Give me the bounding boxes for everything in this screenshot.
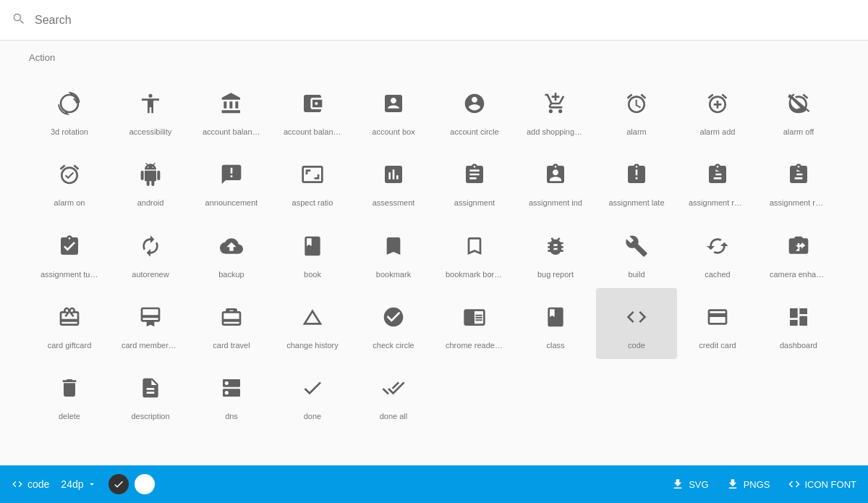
icon-cell-aspect-ratio[interactable]: aspect ratio xyxy=(272,145,353,216)
icon-cell-class[interactable]: class xyxy=(515,288,596,359)
account-balance-icon xyxy=(214,86,249,121)
account-box-icon xyxy=(376,86,411,121)
section-label: Action xyxy=(29,52,839,63)
bookmark-border-icon xyxy=(457,229,492,263)
icon-cell-assignment[interactable]: assignment xyxy=(434,145,515,216)
assignment-ind-icon xyxy=(538,157,573,192)
icon-cell-add-shopping-cart[interactable]: add shopping cart xyxy=(515,75,596,145)
pngs-download[interactable]: PNGS xyxy=(726,478,770,491)
icon-cell-assignment-late[interactable]: assignment late xyxy=(596,145,677,216)
icon-cell-build[interactable]: build xyxy=(596,217,677,288)
svg-download[interactable]: SVG xyxy=(671,478,708,491)
icon-cell-backup[interactable]: backup xyxy=(191,217,272,288)
assignment-turned-icon xyxy=(52,229,87,263)
icon-cell-done[interactable]: done xyxy=(272,359,353,430)
icon-cell-announcement[interactable]: announcement xyxy=(191,145,272,216)
account-circle-icon xyxy=(457,86,492,121)
icon-cell-credit-card[interactable]: credit card xyxy=(677,288,758,359)
icon-label-card-travel: card travel xyxy=(213,340,250,350)
search-input[interactable] xyxy=(35,14,856,27)
description-icon xyxy=(133,371,168,405)
alarm-on-icon xyxy=(52,157,87,192)
icon-cell-bookmark-border[interactable]: bookmark border xyxy=(434,217,515,288)
size-selector[interactable]: 24dp xyxy=(61,478,96,490)
icon-cell-3d-rotation[interactable]: 3d rotation xyxy=(29,75,110,145)
search-bar xyxy=(0,0,868,41)
dns-icon xyxy=(214,371,249,405)
icon-cell-check-circle[interactable]: check circle xyxy=(353,288,434,359)
icon-cell-bookmark[interactable]: bookmark xyxy=(353,217,434,288)
icon-label-alarm: alarm xyxy=(626,127,647,137)
icon-cell-android[interactable]: android xyxy=(110,145,191,216)
icon-label-account-box: account box xyxy=(372,127,414,137)
icon-cell-card-giftcard[interactable]: card giftcard xyxy=(29,288,110,359)
icon-cell-alarm-off[interactable]: alarm off xyxy=(758,75,839,145)
icon-cell-account-box[interactable]: account box xyxy=(353,75,434,145)
icon-cell-bug-report[interactable]: bug report xyxy=(515,217,596,288)
icon-label-check-circle: check circle xyxy=(373,340,414,350)
icon-cell-assignment-turned[interactable]: assignment turned... xyxy=(29,217,110,288)
icon-cell-camera-enhance[interactable]: camera enhance xyxy=(758,217,839,288)
icon-cell-autorenew[interactable]: autorenew xyxy=(110,217,191,288)
icon-cell-card-travel[interactable]: card travel xyxy=(191,288,272,359)
assignment-icon xyxy=(457,157,492,192)
bug-report-icon xyxy=(538,229,573,263)
icon-cell-alarm[interactable]: alarm xyxy=(596,75,677,145)
icon-label-aspect-ratio: aspect ratio xyxy=(292,198,333,208)
icon-cell-account-balance-wallet[interactable]: account balance w... xyxy=(272,75,353,145)
icon-cell-delete[interactable]: delete xyxy=(29,359,110,430)
icon-label-bookmark: bookmark xyxy=(376,269,411,279)
icon-label-alarm-off: alarm off xyxy=(783,127,814,137)
backup-icon xyxy=(214,229,249,263)
icon-cell-change-history[interactable]: change history xyxy=(272,288,353,359)
icon-label-chrome-reader: chrome reader mo... xyxy=(446,340,503,350)
iconfont-download[interactable]: ICON FONT xyxy=(788,478,857,491)
icon-cell-done-all[interactable]: done all xyxy=(353,359,434,430)
icon-label-account-balance: account balance xyxy=(203,127,260,137)
icon-cell-account-balance[interactable]: account balance xyxy=(191,75,272,145)
build-icon xyxy=(619,229,654,263)
aspect-ratio-icon xyxy=(295,157,330,192)
dashboard-icon xyxy=(781,300,816,334)
icon-cell-dns[interactable]: dns xyxy=(191,359,272,430)
add-shopping-cart-icon xyxy=(538,86,573,121)
icon-cell-code[interactable]: code xyxy=(596,288,677,359)
icon-cell-alarm-add[interactable]: alarm add xyxy=(677,75,758,145)
icon-cell-assignment-ind[interactable]: assignment ind xyxy=(515,145,596,216)
delete-icon xyxy=(52,371,87,405)
icon-label-autorenew: autorenew xyxy=(132,269,169,279)
chrome-reader-icon xyxy=(457,300,492,334)
light-theme-selector[interactable] xyxy=(135,474,155,494)
icon-label-delete: delete xyxy=(59,411,80,421)
3d-rotation-icon xyxy=(52,86,87,121)
icon-cell-description[interactable]: description xyxy=(110,359,191,430)
icon-label-done: done xyxy=(304,411,321,421)
icon-cell-accessibility[interactable]: accessibility xyxy=(110,75,191,145)
code-toggle[interactable]: code xyxy=(12,478,49,490)
icon-cell-dashboard[interactable]: dashboard xyxy=(758,288,839,359)
class-icon xyxy=(538,300,573,334)
iconfont-label: ICON FONT xyxy=(805,479,857,490)
icon-label-assignment-return2: assignment return... xyxy=(770,198,827,208)
cached-icon xyxy=(700,229,735,263)
assignment-late-icon xyxy=(619,157,654,192)
icon-label-dns: dns xyxy=(225,411,238,421)
icon-cell-book[interactable]: book xyxy=(272,217,353,288)
icon-label-assignment-return: assignment return xyxy=(689,198,746,208)
icon-cell-assessment[interactable]: assessment xyxy=(353,145,434,216)
alarm-off-icon xyxy=(781,86,816,121)
dark-theme-selector[interactable] xyxy=(109,474,129,494)
bottom-toolbar: code 24dp SVG PNGS ICON FONT xyxy=(0,465,868,503)
icon-cell-assignment-return[interactable]: assignment return xyxy=(677,145,758,216)
icon-label-android: android xyxy=(137,198,164,208)
alarm-add-icon xyxy=(700,86,735,121)
autorenew-icon xyxy=(133,229,168,263)
icon-cell-account-circle[interactable]: account circle xyxy=(434,75,515,145)
icon-cell-assignment-return2[interactable]: assignment return... xyxy=(758,145,839,216)
icon-cell-card-membership[interactable]: card membership xyxy=(110,288,191,359)
icon-cell-alarm-on[interactable]: alarm on xyxy=(29,145,110,216)
size-label: 24dp xyxy=(61,478,83,490)
icon-cell-cached[interactable]: cached xyxy=(677,217,758,288)
icon-cell-chrome-reader[interactable]: chrome reader mo... xyxy=(434,288,515,359)
icon-label-book: book xyxy=(304,269,321,279)
